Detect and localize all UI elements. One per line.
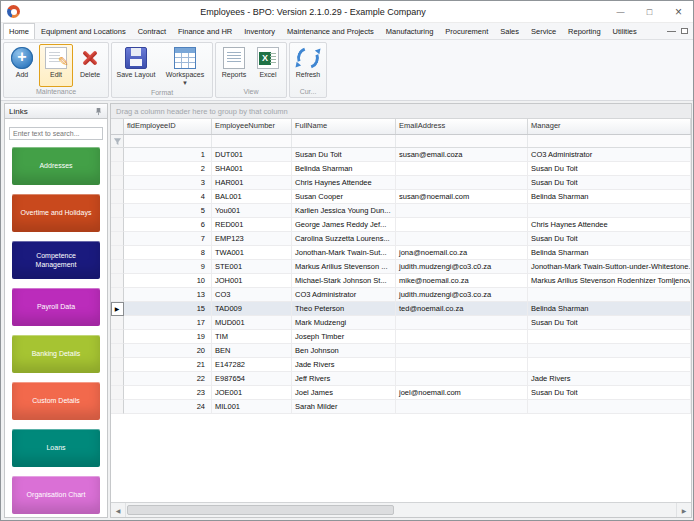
ribbon-tab[interactable]: Inventory xyxy=(238,23,281,39)
column-header-EmailAddress[interactable]: EmailAddress xyxy=(396,119,528,134)
cell-EmployeeNumber[interactable]: CO3 xyxy=(212,288,292,302)
table-row[interactable]: 1 DUT001 Susan Du Toit susan@email.coza … xyxy=(111,148,691,162)
cell-FullName[interactable]: CO3 Administrator xyxy=(292,288,396,302)
cell-Manager[interactable] xyxy=(528,400,691,414)
cell-fldEmployeeID[interactable]: 1 xyxy=(124,148,212,162)
table-row[interactable]: 10 JOH001 Michael-Stark Johnson St... mi… xyxy=(111,274,691,288)
cell-Manager[interactable] xyxy=(528,330,691,344)
sidebar-link[interactable]: Competence Management xyxy=(12,241,100,279)
ribbon-tab[interactable]: Utilities xyxy=(607,23,643,39)
cell-fldEmployeeID[interactable]: 13 xyxy=(124,288,212,302)
filter-cell-fldEmployeeID[interactable] xyxy=(124,135,212,147)
cell-Manager[interactable] xyxy=(528,344,691,358)
cell-EmailAddress[interactable] xyxy=(396,204,528,218)
table-row[interactable]: 20 BEN Ben Johnson xyxy=(111,344,691,358)
excel-button[interactable]: Excel xyxy=(251,44,285,87)
cell-Manager[interactable]: Susan Du Toit xyxy=(528,232,691,246)
filter-cell-FullName[interactable] xyxy=(292,135,396,147)
cell-EmailAddress[interactable] xyxy=(396,218,528,232)
workspaces-button[interactable]: Workspaces ▼ xyxy=(159,44,211,88)
cell-fldEmployeeID[interactable]: 6 xyxy=(124,218,212,232)
sidebar-link[interactable]: Addresses xyxy=(12,147,100,185)
cell-EmployeeNumber[interactable]: DUT001 xyxy=(212,148,292,162)
cell-Manager[interactable]: Jade Rivers xyxy=(528,372,691,386)
cell-fldEmployeeID[interactable]: 24 xyxy=(124,400,212,414)
table-row[interactable]: 17 MUD001 Mark Mudzengi Susan Du Toit xyxy=(111,316,691,330)
cell-EmailAddress[interactable] xyxy=(396,400,528,414)
cell-Manager[interactable]: CO3 Administrator xyxy=(528,148,691,162)
cell-EmailAddress[interactable] xyxy=(396,372,528,386)
cell-EmployeeNumber[interactable]: STE001 xyxy=(212,260,292,274)
ribbon-tab[interactable]: Sales xyxy=(494,23,525,39)
cell-FullName[interactable]: Markus Arilius Stevenson ... xyxy=(292,260,396,274)
column-header-EmployeeNumber[interactable]: EmployeeNumber xyxy=(212,119,292,134)
ribbon-tab[interactable]: Contract xyxy=(132,23,172,39)
cell-EmailAddress[interactable] xyxy=(396,316,528,330)
edit-button[interactable]: Edit xyxy=(39,44,73,87)
ribbon-tab[interactable]: Finance and HR xyxy=(172,23,238,39)
cell-EmployeeNumber[interactable]: TWA001 xyxy=(212,246,292,260)
cell-EmailAddress[interactable] xyxy=(396,162,528,176)
cell-EmailAddress[interactable] xyxy=(396,232,528,246)
cell-fldEmployeeID[interactable]: 4 xyxy=(124,190,212,204)
cell-EmailAddress[interactable]: mike@noemail.co.za xyxy=(396,274,528,288)
cell-EmployeeNumber[interactable]: JOH001 xyxy=(212,274,292,288)
ribbon-tab[interactable]: Reporting xyxy=(562,23,607,39)
ribbon-tab[interactable]: Maintenance and Projects xyxy=(281,23,380,39)
ribbon-tab[interactable]: Manufacturing xyxy=(380,23,440,39)
cell-Manager[interactable]: Markus Arilius Stevenson Rodenhizer Toml… xyxy=(528,274,691,288)
scroll-right-icon[interactable]: ▶ xyxy=(676,503,691,517)
table-row[interactable]: 19 TIM Joseph Timber xyxy=(111,330,691,344)
cell-EmployeeNumber[interactable]: E147282 xyxy=(212,358,292,372)
save-layout-button[interactable]: Save Layout xyxy=(113,44,159,88)
cell-fldEmployeeID[interactable]: 2 xyxy=(124,162,212,176)
cell-Manager[interactable]: Jonothan-Mark Twain-Sutton-under-Whitest… xyxy=(528,260,691,274)
cell-EmailAddress[interactable]: jona@noemail.co.za xyxy=(396,246,528,260)
table-row[interactable]: 15 TAD009 Theo Peterson ted@noemail.co.z… xyxy=(111,302,691,316)
cell-FullName[interactable]: Theo Peterson xyxy=(292,302,396,316)
pin-icon[interactable] xyxy=(94,107,103,116)
table-row[interactable]: 7 EMP123 Carolina Suzzetta Lourens... Su… xyxy=(111,232,691,246)
cell-EmailAddress[interactable]: susan@noemail.com xyxy=(396,190,528,204)
column-header-Manager[interactable]: Manager xyxy=(528,119,691,134)
cell-EmailAddress[interactable]: joel@noemail.com xyxy=(396,386,528,400)
ribbon-tab[interactable]: Equipment and Locations xyxy=(35,23,132,39)
cell-fldEmployeeID[interactable]: 21 xyxy=(124,358,212,372)
minimize-button[interactable] xyxy=(606,1,635,22)
table-row[interactable]: 21 E147282 Jade Rivers xyxy=(111,358,691,372)
scrollbar-thumb[interactable] xyxy=(127,505,394,515)
cell-EmailAddress[interactable]: judith.mudzengi@co3.c0.za xyxy=(396,260,528,274)
sidebar-link[interactable]: Organisation Chart xyxy=(12,476,100,514)
add-button[interactable]: Add xyxy=(5,44,39,87)
ribbon-tab[interactable]: Service xyxy=(525,23,562,39)
cell-Manager[interactable]: Belinda Sharman xyxy=(528,246,691,260)
table-row[interactable]: 13 CO3 CO3 Administrator judith.mudzengi… xyxy=(111,288,691,302)
table-row[interactable]: 3 HAR001 Chris Haynes Attendee Susan Du … xyxy=(111,176,691,190)
sidebar-link[interactable]: Custom Details xyxy=(12,382,100,420)
cell-Manager[interactable]: Susan Du Toit xyxy=(528,386,691,400)
cell-FullName[interactable]: Jade Rivers xyxy=(292,358,396,372)
table-row[interactable]: 24 MIL001 Sarah Milder xyxy=(111,400,691,414)
cell-EmployeeNumber[interactable]: BAL001 xyxy=(212,190,292,204)
sidebar-link[interactable]: Banking Details xyxy=(12,335,100,373)
column-header-FullName[interactable]: FullName xyxy=(292,119,396,134)
cell-EmailAddress[interactable]: judith.mudzengi@co3.co.za xyxy=(396,288,528,302)
table-row[interactable]: 23 JOE001 Joel James joel@noemail.com Su… xyxy=(111,386,691,400)
cell-EmployeeNumber[interactable]: JOE001 xyxy=(212,386,292,400)
sidebar-link[interactable]: Payroll Data xyxy=(12,288,100,326)
cell-Manager[interactable]: Susan Du Toit xyxy=(528,176,691,190)
table-row[interactable]: 22 E987654 Jeff Rivers Jade Rivers xyxy=(111,372,691,386)
cell-fldEmployeeID[interactable]: 17 xyxy=(124,316,212,330)
cell-EmployeeNumber[interactable]: SHA001 xyxy=(212,162,292,176)
close-button[interactable] xyxy=(664,1,693,22)
cell-EmployeeNumber[interactable]: E987654 xyxy=(212,372,292,386)
scroll-left-icon[interactable]: ◀ xyxy=(111,503,126,517)
cell-EmailAddress[interactable] xyxy=(396,176,528,190)
cell-fldEmployeeID[interactable]: 5 xyxy=(124,204,212,218)
cell-Manager[interactable] xyxy=(528,288,691,302)
sidebar-link[interactable]: Overtime and Holidays xyxy=(12,194,100,232)
cell-EmployeeNumber[interactable]: MIL001 xyxy=(212,400,292,414)
cell-EmailAddress[interactable] xyxy=(396,330,528,344)
cell-EmployeeNumber[interactable]: TAD009 xyxy=(212,302,292,316)
cell-FullName[interactable]: Joel James xyxy=(292,386,396,400)
